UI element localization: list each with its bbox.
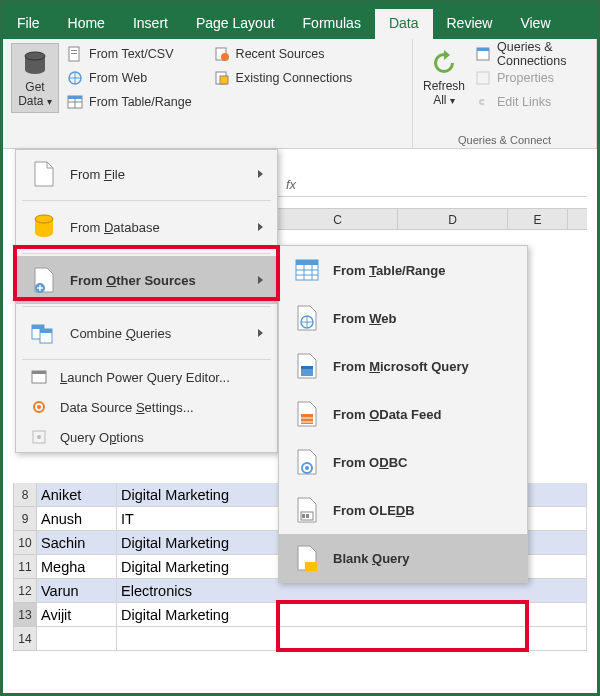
get-data-menu: From File From Database From Other Sourc… xyxy=(15,149,278,453)
col-header-e[interactable]: E xyxy=(508,209,568,229)
col-header-c[interactable]: C xyxy=(278,209,398,229)
cell[interactable] xyxy=(37,627,117,651)
from-microsoft-query-subitem[interactable]: From Microsoft Query xyxy=(279,342,527,390)
svg-point-29 xyxy=(37,405,41,409)
from-database-item[interactable]: From Database xyxy=(16,203,277,251)
database-yellow-icon xyxy=(30,213,58,241)
msquery-icon xyxy=(293,352,321,380)
row-header[interactable]: 9 xyxy=(13,507,37,531)
queries-connections-button[interactable]: Queries & Connections xyxy=(471,43,588,65)
row-header[interactable]: 11 xyxy=(13,555,37,579)
connections-icon xyxy=(214,70,230,86)
ribbon: Get Data ▾ From Text/CSV From Web From T… xyxy=(3,39,597,149)
svg-rect-41 xyxy=(302,514,305,518)
ribbon-tabs: File Home Insert Page Layout Formulas Da… xyxy=(3,9,597,39)
from-other-sources-item[interactable]: From Other Sources xyxy=(16,256,277,304)
table-row: 14 xyxy=(13,627,587,651)
svg-rect-33 xyxy=(296,260,318,265)
from-table-range-subitem[interactable]: From Table/Range xyxy=(279,246,527,294)
recent-sources-button[interactable]: Recent Sources xyxy=(210,43,357,65)
table-row: 13AvijitDigital Marketing xyxy=(13,603,587,627)
from-oledb-subitem[interactable]: From OLEDB xyxy=(279,486,527,534)
file-icon xyxy=(30,160,58,188)
cell[interactable]: Varun xyxy=(37,579,117,603)
ribbon-group-queries: Refresh All ▾ Queries & Connections Prop… xyxy=(413,39,597,148)
existing-connections-button[interactable]: Existing Connections xyxy=(210,67,357,89)
cell[interactable]: Aniket xyxy=(37,483,117,507)
svg-rect-43 xyxy=(305,562,317,571)
table-icon xyxy=(293,256,321,284)
cell[interactable]: Megha xyxy=(37,555,117,579)
formula-bar[interactable]: fx xyxy=(278,173,587,197)
svg-point-31 xyxy=(37,435,41,439)
get-data-button[interactable]: Get Data ▾ xyxy=(11,43,59,113)
svg-point-19 xyxy=(35,229,53,237)
svg-rect-27 xyxy=(32,371,46,374)
combine-queries-item[interactable]: Combine Queries xyxy=(16,309,277,357)
tab-review[interactable]: Review xyxy=(433,9,507,39)
oledb-icon xyxy=(293,496,321,524)
recent-icon xyxy=(214,46,230,62)
combine-icon xyxy=(30,319,58,347)
chevron-right-icon xyxy=(258,223,263,231)
globe-icon xyxy=(67,70,83,86)
other-sources-icon xyxy=(30,266,58,294)
svg-rect-5 xyxy=(71,50,77,51)
from-other-sources-submenu: From Table/Range From Web From Microsoft… xyxy=(278,245,528,583)
fx-icon: fx xyxy=(278,177,304,192)
tab-view[interactable]: View xyxy=(506,9,564,39)
svg-point-39 xyxy=(305,466,309,470)
svg-point-2 xyxy=(25,66,45,74)
tab-insert[interactable]: Insert xyxy=(119,9,182,39)
launch-power-query-editor-item[interactable]: Launch Power Query Editor... xyxy=(16,362,277,392)
chevron-right-icon xyxy=(258,276,263,284)
edit-links-button[interactable]: Edit Links xyxy=(471,91,588,113)
globe-file-icon xyxy=(293,304,321,332)
options-icon xyxy=(30,428,48,446)
refresh-all-button[interactable]: Refresh All ▾ xyxy=(421,43,467,113)
row-header[interactable]: 13 xyxy=(13,603,37,627)
from-file-item[interactable]: From File xyxy=(16,150,277,198)
row-header[interactable]: 12 xyxy=(13,579,37,603)
from-text-csv-button[interactable]: From Text/CSV xyxy=(63,43,196,65)
cell[interactable] xyxy=(117,627,587,651)
chevron-right-icon xyxy=(258,329,263,337)
row-header[interactable]: 14 xyxy=(13,627,37,651)
svg-rect-6 xyxy=(71,53,77,54)
gear-icon xyxy=(30,398,48,416)
blank-query-subitem[interactable]: Blank Query xyxy=(279,534,527,582)
from-table-range-button[interactable]: From Table/Range xyxy=(63,91,196,113)
tab-file[interactable]: File xyxy=(3,9,54,39)
from-web-button[interactable]: From Web xyxy=(63,67,196,89)
cell[interactable]: Sachin xyxy=(37,531,117,555)
links-icon xyxy=(475,94,491,110)
svg-rect-42 xyxy=(306,514,309,518)
query-options-item[interactable]: Query Options xyxy=(16,422,277,452)
queries-icon xyxy=(475,46,491,62)
svg-rect-16 xyxy=(477,72,489,84)
column-headers: C D E xyxy=(278,208,587,230)
svg-rect-25 xyxy=(40,329,52,333)
tab-home[interactable]: Home xyxy=(54,9,119,39)
ribbon-group-title: Queries & Connect xyxy=(421,132,588,148)
file-text-icon xyxy=(67,46,83,62)
tab-page-layout[interactable]: Page Layout xyxy=(182,9,289,39)
cell[interactable]: Avijit xyxy=(37,603,117,627)
data-source-settings-item[interactable]: Data Source Settings... xyxy=(16,392,277,422)
tab-data[interactable]: Data xyxy=(375,9,433,39)
svg-rect-23 xyxy=(32,325,44,329)
from-web-subitem[interactable]: From Web xyxy=(279,294,527,342)
tab-formulas[interactable]: Formulas xyxy=(289,9,375,39)
row-header[interactable]: 10 xyxy=(13,531,37,555)
properties-button[interactable]: Properties xyxy=(471,67,588,89)
cell[interactable]: Digital Marketing xyxy=(117,603,587,627)
odata-icon xyxy=(293,400,321,428)
row-header[interactable]: 8 xyxy=(13,483,37,507)
chevron-right-icon xyxy=(258,170,263,178)
database-icon xyxy=(19,48,51,80)
svg-point-11 xyxy=(221,53,229,61)
from-odbc-subitem[interactable]: From ODBC xyxy=(279,438,527,486)
cell[interactable]: Anush xyxy=(37,507,117,531)
from-odata-subitem[interactable]: From OData Feed xyxy=(279,390,527,438)
col-header-d[interactable]: D xyxy=(398,209,508,229)
